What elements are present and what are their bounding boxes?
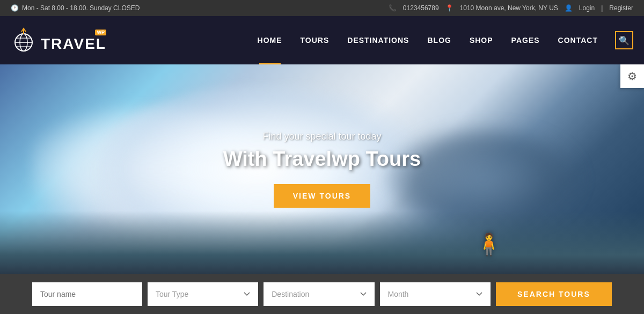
main-nav: HOME TOURS DESTINATIONS BLOG SHOP PAGES …: [257, 16, 633, 64]
hours-text: Mon - Sat 8.00 - 18.00. Sunday CLOSED: [22, 4, 140, 12]
pin-icon: 📍: [445, 4, 453, 12]
hero-section: 🧍 Find your special tour today With Trav…: [0, 64, 644, 274]
destination-select[interactable]: Destination Europe Asia America Africa: [264, 282, 374, 306]
logo-text: WP TRAVEL: [41, 30, 106, 52]
hero-title: With Travelwp Tours: [223, 148, 421, 171]
clock-icon: 🕐: [11, 4, 19, 12]
hero-subtitle: Find your special tour today: [223, 131, 421, 142]
gear-icon: ⚙: [627, 70, 637, 83]
logo-wp-badge: WP: [95, 30, 106, 35]
nav-item-pages[interactable]: PAGES: [510, 16, 541, 64]
top-bar: 🕐 Mon - Sat 8.00 - 18.00. Sunday CLOSED …: [0, 0, 644, 16]
view-tours-button[interactable]: VIEW TOURS: [274, 184, 370, 208]
hero-content: Find your special tour today With Travel…: [223, 131, 421, 208]
tour-name-input[interactable]: [32, 282, 142, 306]
phone-number: 0123456789: [403, 4, 439, 12]
address-text: 1010 Moon ave, New York, NY US: [460, 4, 558, 12]
tour-type-select[interactable]: Tour Type Adventure Cultural Beach Mount…: [148, 282, 258, 306]
search-button[interactable]: 🔍: [615, 31, 633, 49]
top-bar-right: 📞 0123456789 📍 1010 Moon ave, New York, …: [389, 4, 633, 12]
nav-item-home[interactable]: HOME: [257, 16, 283, 64]
hero-figure: 🧍: [475, 232, 502, 257]
ground-layer: [0, 211, 644, 274]
nav-item-contact[interactable]: CONTACT: [557, 16, 599, 64]
nav-item-destinations[interactable]: DESTINATIONS: [346, 16, 410, 64]
register-link[interactable]: Register: [609, 4, 633, 12]
user-icon: 👤: [565, 4, 573, 12]
login-link[interactable]: Login: [579, 4, 595, 12]
logo-travel-text: TRAVEL: [41, 36, 106, 52]
header: WP TRAVEL HOME TOURS DESTINATIONS BLOG S…: [0, 16, 644, 64]
logo[interactable]: WP TRAVEL: [11, 27, 106, 53]
settings-button[interactable]: ⚙: [620, 64, 644, 88]
nav-item-blog[interactable]: BLOG: [426, 16, 452, 64]
search-tours-button[interactable]: SEARCH TOURS: [496, 282, 612, 306]
search-bar: Tour Type Adventure Cultural Beach Mount…: [0, 274, 644, 314]
top-bar-left: 🕐 Mon - Sat 8.00 - 18.00. Sunday CLOSED: [11, 4, 140, 12]
nav-item-shop[interactable]: SHOP: [469, 16, 494, 64]
separator: |: [601, 4, 603, 12]
phone-icon: 📞: [389, 4, 397, 12]
logo-globe-icon: [11, 27, 36, 53]
month-select[interactable]: Month January February March April May J…: [380, 282, 491, 306]
nav-item-tours[interactable]: TOURS: [299, 16, 331, 64]
